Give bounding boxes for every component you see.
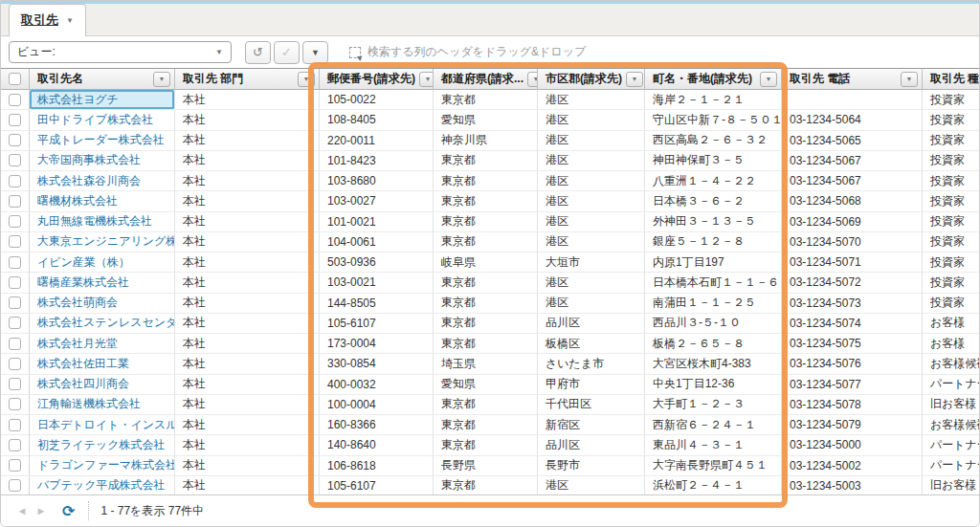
filter-icon[interactable]: ▼: [419, 72, 434, 87]
cell-account-phone: 03-1234-5079: [782, 415, 923, 435]
row-checkbox[interactable]: [9, 276, 21, 289]
tab-torihikisaki[interactable]: 取引先 ▼: [9, 4, 86, 36]
account-name-link[interactable]: 株式会社ヨグチ: [30, 90, 175, 110]
table-row: 丸田無線電機株式会社本社101-0021東京都港区外神田３－１３－５03-123…: [1, 212, 979, 232]
chevron-down-icon: ▼: [311, 48, 320, 57]
next-page-button[interactable]: ►: [32, 505, 51, 516]
cell-street-billing: 八重洲１－４－２２: [645, 171, 782, 191]
row-checkbox[interactable]: [9, 94, 21, 106]
view-select[interactable]: ビュー: ▼: [9, 41, 232, 63]
cell-street-billing: 日本橋本石町１－１－６: [645, 273, 782, 293]
column-header-prefecture-billing[interactable]: 都道府県(請求...▼: [434, 69, 538, 90]
column-header-street-billing[interactable]: 町名・番地(請求先)▼: [645, 69, 782, 90]
cell-account-department: 本社: [175, 273, 320, 293]
account-name-link[interactable]: 大東京エンジニアリング株式...: [30, 232, 175, 253]
cell-zip-billing: 105-0022: [320, 90, 434, 110]
account-name-link[interactable]: 曙橋産業株式会社: [30, 273, 175, 293]
row-checkbox[interactable]: [9, 296, 21, 309]
drag-select-icon: [349, 47, 361, 58]
column-header-account-type[interactable]: 取引先 種別▼: [923, 69, 980, 90]
row-checkbox[interactable]: [9, 114, 21, 126]
row-checkbox[interactable]: [9, 175, 21, 187]
cell-street-billing: 大字南長野県町４５１: [645, 456, 782, 476]
row-checkbox[interactable]: [9, 215, 21, 228]
cell-account-department: 本社: [175, 294, 320, 314]
apply-button[interactable]: ✓: [274, 41, 300, 64]
row-checkbox[interactable]: [9, 195, 21, 208]
row-checkbox-cell: [1, 334, 30, 354]
row-checkbox[interactable]: [9, 459, 21, 472]
cell-account-type: パートナー: [923, 375, 980, 395]
account-name-link[interactable]: 江角輸送機株式会社: [30, 395, 175, 415]
cell-account-phone: 03-1234-5003: [782, 476, 923, 496]
column-header-city-billing[interactable]: 市区郡(請求先)▼: [538, 69, 645, 90]
cell-account-type: 投資家: [923, 131, 980, 151]
tab-label: 取引先: [21, 11, 58, 29]
row-checkbox-cell: [1, 395, 30, 415]
column-header-account-phone[interactable]: 取引先 電話▼: [782, 69, 923, 90]
cell-prefecture-billing: 東京都: [434, 294, 538, 314]
more-options-button[interactable]: ▼: [302, 41, 328, 64]
cell-prefecture-billing: 東京都: [434, 212, 538, 232]
account-name-link[interactable]: 株式会社佐田工業: [30, 354, 175, 374]
account-name-link[interactable]: 株式会社萌商会: [30, 294, 175, 314]
account-name-link[interactable]: 日本デトロイト・インスルメ...: [30, 415, 175, 435]
account-name-link[interactable]: 株式会社森谷川商会: [30, 171, 175, 191]
cell-city-billing: 港区: [538, 212, 645, 232]
row-checkbox[interactable]: [9, 378, 21, 390]
account-name-link[interactable]: 株式会社月光堂: [30, 334, 175, 354]
filter-icon[interactable]: ▼: [901, 72, 918, 87]
account-name-link[interactable]: 大帝国商事株式会社: [30, 151, 175, 171]
account-name-link[interactable]: 初芝ライテック株式会社: [30, 435, 175, 455]
cell-prefecture-billing: 東京都: [434, 232, 538, 253]
prev-page-button[interactable]: ◄: [12, 505, 32, 516]
cell-street-billing: 海岸２－１－２１: [645, 90, 782, 110]
account-name-link[interactable]: 株式会社ステンレスセンター: [30, 314, 175, 334]
cell-zip-billing: 103-8680: [320, 171, 434, 191]
cell-prefecture-billing: 東京都: [434, 314, 538, 334]
cell-prefecture-billing: 東京都: [434, 415, 538, 435]
cell-account-department: 本社: [175, 314, 320, 334]
account-name-link[interactable]: 田中ドライブ株式会社: [30, 110, 175, 130]
filter-icon[interactable]: ▼: [298, 72, 315, 87]
column-header-zip-billing[interactable]: 郵便番号(請求先)▼: [320, 69, 434, 90]
cell-street-billing: 東品川４－３－１: [645, 435, 782, 455]
cell-city-billing: 港区: [538, 476, 645, 496]
account-name-link[interactable]: バブテック平成株式会社: [30, 476, 175, 496]
row-checkbox[interactable]: [9, 154, 21, 166]
cell-account-department: 本社: [175, 212, 320, 232]
account-name-link[interactable]: イビン産業（株）: [30, 253, 175, 273]
filter-icon[interactable]: ▼: [626, 72, 643, 87]
row-checkbox[interactable]: [9, 317, 21, 329]
cell-prefecture-billing: 愛知県: [434, 110, 538, 130]
select-all-checkbox[interactable]: [9, 73, 21, 85]
row-checkbox[interactable]: [9, 338, 21, 350]
row-checkbox[interactable]: [9, 419, 21, 431]
row-checkbox[interactable]: [9, 398, 21, 410]
account-name-link[interactable]: ドラゴンファーマ株式会社: [30, 456, 175, 476]
refresh-icon[interactable]: ⟳: [62, 502, 75, 520]
column-header-account-name[interactable]: 取引先名▼: [30, 69, 175, 90]
filter-icon[interactable]: ▼: [153, 72, 170, 87]
data-grid: 取引先名▼取引先 部門▼郵便番号(請求先)▼都道府県(請求...▼市区郡(請求先…: [1, 68, 979, 496]
filter-icon[interactable]: ▼: [760, 72, 777, 87]
account-name-link[interactable]: 丸田無線電機株式会社: [30, 212, 175, 232]
account-name-link[interactable]: 曙機材株式会社: [30, 191, 175, 211]
row-checkbox[interactable]: [9, 134, 21, 146]
cell-zip-billing: 104-0061: [320, 232, 434, 253]
column-header-account-department[interactable]: 取引先 部門▼: [175, 69, 320, 90]
row-checkbox[interactable]: [9, 235, 21, 248]
filter-icon[interactable]: ▼: [527, 72, 538, 87]
table-row: 株式会社萌商会本社144-8505東京都港区南蒲田１－１－２５03-1234-5…: [1, 294, 979, 314]
row-checkbox-cell: [1, 212, 30, 232]
row-checkbox[interactable]: [9, 358, 21, 370]
account-name-link[interactable]: 株式会社四川商会: [30, 375, 175, 395]
cell-street-billing: 西品川３-５-１０: [645, 314, 782, 334]
row-checkbox[interactable]: [9, 479, 21, 492]
row-checkbox[interactable]: [9, 256, 21, 269]
cell-account-department: 本社: [175, 375, 320, 395]
account-name-link[interactable]: 平成トレーダー株式会社: [30, 131, 175, 151]
row-checkbox[interactable]: [9, 439, 21, 451]
row-checkbox-cell: [1, 456, 30, 476]
undo-button[interactable]: ↺: [245, 41, 271, 64]
